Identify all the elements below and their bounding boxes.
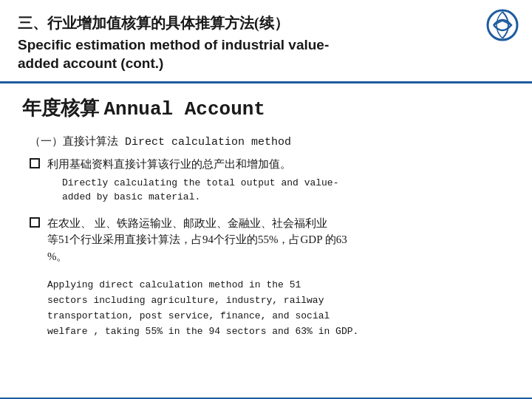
- bullet-1-english: Directly calculating the total output an…: [62, 176, 510, 205]
- bullet-item-1: 利用基础资料直接计算该行业的总产出和增加值。 Directly calculat…: [30, 156, 510, 205]
- section-title-chinese: 年度核算: [22, 98, 99, 119]
- bullet-2-content: 在农业、 业、铁路运输业、邮政业、金融业、社会福利业 等51个行业采用直接计算法…: [47, 215, 510, 268]
- bottom-paragraph: Applying direct calculation method in th…: [47, 278, 510, 339]
- bullet-icon-2: [30, 217, 40, 228]
- bullet-1-chinese: 利用基础资料直接计算该行业的总产出和增加值。: [47, 156, 510, 173]
- header-chinese-title: 三、行业增加值核算的具体推算方法(续）: [18, 13, 473, 33]
- method-title: （一）直接计算法 Direct calculation method: [30, 134, 510, 149]
- bullet-item-2: 在农业、 业、铁路运输业、邮政业、金融业、社会福利业 等51个行业采用直接计算法…: [30, 215, 510, 268]
- header: 三、行业增加值核算的具体推算方法(续） Specific estimation …: [0, 0, 532, 83]
- logo-icon: [486, 9, 519, 41]
- header-english-title: Specific estimation method of industrial…: [18, 36, 473, 72]
- bullet-1-content: 利用基础资料直接计算该行业的总产出和增加值。 Directly calculat…: [47, 156, 510, 205]
- header-english-line1: Specific estimation method of industrial…: [18, 37, 329, 52]
- bullet-2-chinese: 在农业、 业、铁路运输业、邮政业、金融业、社会福利业 等51个行业采用直接计算法…: [47, 215, 510, 265]
- section-title-english: Annual Account: [104, 98, 265, 120]
- header-english-line2: added account (cont.): [18, 55, 163, 71]
- svg-point-0: [488, 10, 517, 40]
- section-title: 年度核算 Annual Account: [22, 95, 510, 121]
- bullet-icon-1: [30, 158, 40, 168]
